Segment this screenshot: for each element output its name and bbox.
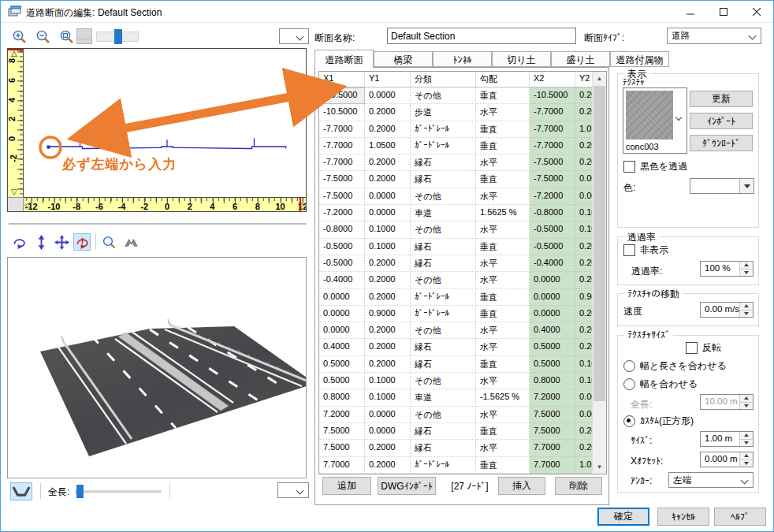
table-cell[interactable]: 0.1000 (575, 205, 592, 221)
custom-radio[interactable] (623, 415, 635, 427)
insert-node-button[interactable]: 挿入 (498, 477, 545, 495)
table-cell[interactable]: 0.2000 (575, 138, 592, 154)
zoom-in-button[interactable] (10, 28, 28, 45)
pan-button[interactable] (53, 233, 70, 251)
table-cell[interactable]: 水平 (476, 373, 530, 389)
tab-3[interactable]: ﾄﾝﾈﾙ (433, 51, 492, 67)
table-cell[interactable]: 垂直 (476, 121, 530, 138)
table-cell[interactable]: 7.7000 (319, 457, 365, 474)
size-spinner[interactable]: 1.00 m (700, 431, 754, 447)
table-cell[interactable]: 7.2000 (530, 389, 575, 406)
spin-up-button[interactable] (740, 262, 753, 270)
table-cell[interactable]: 0.0000 (319, 306, 365, 322)
table-cell[interactable]: 0.4000 (319, 339, 365, 355)
scrollbar-thumb[interactable] (594, 86, 605, 401)
spin-up-button[interactable] (740, 303, 753, 311)
table-cell[interactable]: -10.5000 (319, 87, 365, 104)
length-slider[interactable] (75, 490, 162, 493)
viewer-3d[interactable] (7, 257, 307, 478)
table-cell[interactable]: 垂直 (476, 356, 530, 373)
table-cell[interactable]: 0.2000 (575, 255, 592, 272)
table-cell[interactable]: 縁石 (411, 440, 476, 456)
table-cell[interactable]: ｶﾞｰﾄﾞﾚｰﾙ (411, 121, 476, 138)
table-cell[interactable]: 0.2000 (575, 440, 592, 456)
zoom-out-button[interactable] (34, 28, 51, 45)
table-cell[interactable]: 0.0000 (365, 407, 411, 423)
table-cell[interactable]: 0.1000 (575, 356, 592, 373)
table-cell[interactable]: その他 (411, 188, 476, 205)
table-cell[interactable]: 0.0000 (365, 188, 411, 205)
table-cell[interactable]: 水平 (476, 322, 530, 339)
spin-down-button[interactable] (740, 270, 753, 277)
table-cell[interactable]: -10.5000 (319, 104, 365, 121)
table-cell[interactable]: 7.5000 (530, 407, 575, 423)
opacity-spinner[interactable]: 100 % (700, 261, 754, 277)
table-cell[interactable]: 0.2000 (575, 272, 592, 288)
table-cell[interactable]: その他 (411, 272, 476, 288)
view-color-select[interactable] (277, 482, 309, 498)
table-cell[interactable]: 0.0000 (575, 407, 592, 423)
table-cell[interactable]: -7.5000 (319, 188, 365, 205)
table-cell[interactable]: 0.2000 (365, 339, 411, 355)
table-cell[interactable]: 0.0000 (575, 389, 592, 406)
table-cell[interactable]: 0.2000 (365, 121, 411, 138)
table-cell[interactable]: 0.2000 (365, 272, 411, 288)
dwg-import-button[interactable]: DWGｲﾝﾎﾟｰﾄ (378, 477, 436, 495)
table-cell[interactable]: -7.2000 (530, 188, 575, 205)
table-cell[interactable]: 0.2000 (575, 423, 592, 440)
table-cell[interactable]: 縁石 (411, 154, 476, 171)
table-cell[interactable]: 0.8000 (530, 373, 575, 389)
table-cell[interactable]: 0.2000 (575, 87, 592, 104)
texture-import-button[interactable]: ｲﾝﾎﾟｰﾄ (690, 113, 753, 129)
background-color-select[interactable] (279, 28, 309, 44)
table-cell[interactable]: -7.7000 (530, 138, 575, 154)
pan-vertical-button[interactable] (32, 233, 50, 251)
table-cell[interactable]: 0.0000 (530, 306, 575, 322)
table-cell[interactable]: 0.2000 (365, 457, 411, 474)
table-cell[interactable]: 垂直 (476, 457, 530, 474)
delete-node-button[interactable]: 削除 (555, 477, 602, 495)
color-select-button[interactable] (739, 179, 754, 193)
spin-down-button[interactable] (740, 311, 753, 318)
table-cell[interactable]: 0.9000 (575, 289, 592, 306)
table-cell[interactable]: ｶﾞｰﾄﾞﾚｰﾙ (411, 289, 476, 306)
maximize-button[interactable] (707, 1, 740, 23)
table-cell[interactable]: 水平 (476, 188, 530, 205)
offset-spinner[interactable]: 0.000 m (700, 452, 754, 467)
table-cell[interactable]: -0.4000 (319, 272, 365, 288)
table-cell[interactable]: ｶﾞｰﾄﾞﾚｰﾙ (411, 457, 476, 474)
table-cell[interactable]: 垂直 (476, 87, 530, 104)
table-cell[interactable]: -7.2000 (319, 205, 365, 221)
table-cell[interactable]: 0.0000 (530, 272, 575, 288)
table-cell[interactable]: 0.1000 (365, 221, 411, 238)
table-cell[interactable]: -0.8000 (319, 221, 365, 238)
section-view-button[interactable] (122, 233, 140, 251)
spin-down-button[interactable] (740, 460, 753, 467)
table-cell[interactable]: 水平 (476, 272, 530, 288)
table-cell[interactable]: 7.2000 (319, 407, 365, 423)
table-cell[interactable]: 0.1000 (575, 373, 592, 389)
table-cell[interactable]: 縁石 (411, 171, 476, 188)
close-button[interactable] (740, 1, 773, 23)
table-cell[interactable]: -7.7000 (319, 138, 365, 154)
table-cell[interactable]: 縁石 (411, 423, 476, 440)
tab-5[interactable]: 盛り土 (551, 51, 610, 67)
tab-4[interactable]: 切り土 (492, 51, 551, 67)
length-spinner[interactable]: 10.00 m (700, 394, 754, 410)
table-cell[interactable]: 0.2000 (365, 356, 411, 373)
table-cell[interactable]: その他 (411, 407, 476, 423)
spin-up-button[interactable] (740, 452, 753, 460)
black-transparent-checkbox[interactable] (623, 161, 635, 173)
orbit-horizontal-button[interactable] (10, 233, 28, 251)
table-cell[interactable]: 0.9000 (365, 306, 411, 322)
ruler-options-button[interactable]: ..... (76, 28, 92, 44)
table-cell[interactable]: 水平 (476, 255, 530, 272)
fit-width-length-radio[interactable] (623, 360, 635, 372)
tab-6[interactable]: 道路付属物 (610, 51, 669, 67)
table-cell[interactable]: 0.2000 (365, 171, 411, 188)
anchor-select[interactable]: 左端 (668, 472, 754, 488)
orbit-free-button[interactable] (73, 233, 91, 251)
table-cell[interactable]: 水平 (476, 339, 530, 355)
table-cell[interactable]: 0.5000 (530, 339, 575, 355)
table-cell[interactable]: 1.0500 (575, 457, 592, 474)
